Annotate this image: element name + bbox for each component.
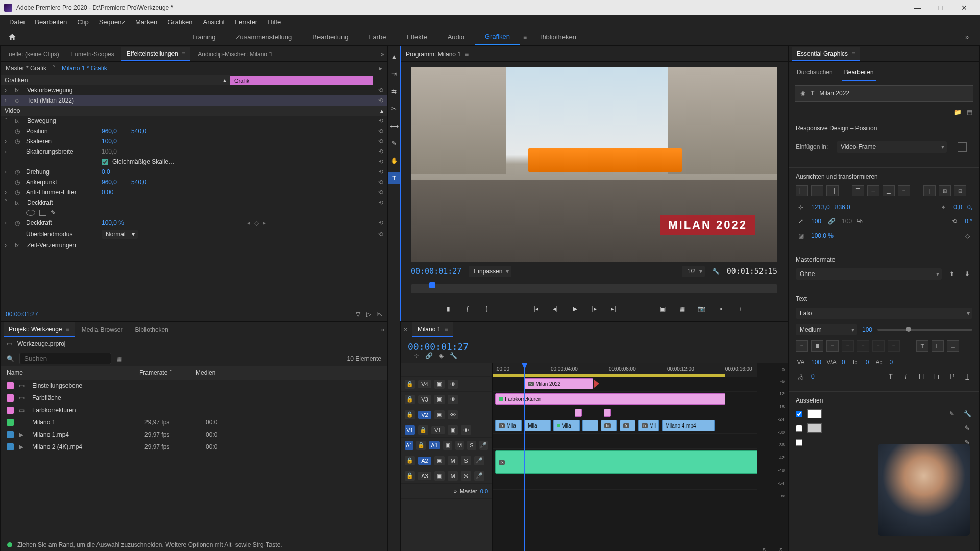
timeline-ruler[interactable]: :00:00 00:00:04:00 00:00:08:00 00:00:12:… (493, 363, 757, 377)
menu-hilfe[interactable]: Hilfe (262, 16, 286, 28)
stopwatch-icon[interactable]: ◷ (15, 179, 22, 186)
settings-icon[interactable]: 🔧 (712, 268, 720, 275)
tab-sequence[interactable]: Milano 1 ≡ (412, 322, 453, 337)
clip-marker[interactable] (575, 409, 582, 417)
project-column-header[interactable]: Name Framerate ˄ Medien (1, 366, 387, 380)
mark-in-button[interactable]: { (462, 304, 473, 314)
tab-essential-graphics[interactable]: Essential Graphics ≡ (792, 47, 860, 61)
eg-anchor-x[interactable]: 0,0 (953, 204, 962, 211)
link-selection-icon[interactable]: 🔗 (425, 352, 433, 359)
mic-icon[interactable]: 🎤 (479, 441, 488, 450)
wrench-icon[interactable]: 🔧 (962, 409, 972, 418)
tab-source[interactable]: uelle: (keine Clips) (4, 47, 64, 61)
workspace-overflow-icon[interactable]: » (960, 34, 974, 41)
ec-master-label[interactable]: Master * Grafik (6, 65, 46, 72)
ec-row-masks[interactable]: ✎ (1, 208, 387, 218)
window-maximize[interactable]: □ (929, 0, 952, 15)
ec-row-timeremap[interactable]: ›fxZeit-Verzerrungen (1, 240, 387, 251)
stopwatch-icon[interactable]: ◷ (15, 219, 22, 227)
step-back-button[interactable]: ◂| (550, 304, 560, 314)
program-menu-icon[interactable]: ≡ (465, 51, 469, 58)
align-center-v-button[interactable]: ─ (867, 185, 879, 196)
underline-icon[interactable]: T (962, 372, 972, 381)
clip-video[interactable]: fx (601, 420, 617, 431)
tab-effect-controls[interactable]: Effekteinstellungen ≡ (121, 47, 191, 61)
eyedropper-icon[interactable]: ✎ (962, 423, 972, 433)
eg-anchor-y[interactable]: 0, (967, 204, 972, 211)
align-center-h-button[interactable]: │ (811, 185, 823, 196)
stopwatch-icon[interactable]: ◷ (15, 128, 22, 135)
eg-fill-swatch[interactable] (807, 409, 822, 418)
eg-pin-select[interactable]: Video-Frame (837, 141, 947, 153)
eg-pos-y[interactable]: 836,0 (835, 204, 850, 211)
tab-lumetri[interactable]: Lumetri-Scopes (66, 47, 119, 61)
eg-pos-x[interactable]: 1213,0 (811, 204, 830, 211)
menu-grafiken[interactable]: Grafiken (162, 16, 198, 28)
timeline-current-tc[interactable]: 00:00:01:27 (408, 341, 469, 352)
tab-media-browser[interactable]: Media-Browser (77, 323, 128, 336)
ec-section-video[interactable]: Video▴ (1, 106, 387, 116)
clip-video[interactable]: fx (620, 420, 635, 431)
eg-master-select[interactable]: Ohne (796, 268, 942, 280)
ec-footer-tc[interactable]: 00:00:01:27 (6, 311, 38, 318)
stopwatch-icon[interactable]: ◷ (15, 138, 22, 145)
tab-libraries[interactable]: Bibliotheken (130, 323, 174, 336)
project-search-input[interactable] (19, 353, 111, 364)
program-zoom-select[interactable]: Einpassen (469, 266, 511, 277)
ec-clip-label[interactable]: Milano 1 * Grafik (62, 65, 107, 72)
upload-icon[interactable]: ⬆ (947, 269, 957, 279)
ec-row-rotation[interactable]: ›◷Drehung 0,0 ⟲ (1, 167, 387, 177)
home-button[interactable] (6, 31, 18, 43)
eg-tab-browse[interactable]: Durchsuchen (795, 66, 835, 81)
distribute-2-button[interactable]: ⊞ (939, 185, 951, 196)
tab-project[interactable]: Projekt: Werkzeuge ≡ (4, 322, 75, 337)
mask-ellipse-icon[interactable] (26, 210, 35, 216)
clip-video[interactable]: Mila (553, 420, 580, 431)
superscript-icon[interactable]: T¹ (947, 372, 957, 381)
program-scrubber[interactable] (411, 284, 777, 293)
ec-timeline-toggle-icon[interactable]: ▸ (379, 65, 382, 72)
workspace-farbe[interactable]: Farbe (358, 29, 396, 45)
project-view-icon[interactable]: ▦ (116, 355, 122, 362)
eg-stroke-toggle[interactable] (796, 425, 802, 432)
window-minimize[interactable]: — (905, 0, 929, 15)
export-frame-icon[interactable]: ⇱ (377, 311, 382, 318)
track-header-v3[interactable]: 🔒V3▣👁 (401, 392, 492, 407)
mask-rect-icon[interactable] (39, 210, 46, 216)
clip-marker[interactable] (604, 409, 611, 417)
allcaps-icon[interactable]: TT (916, 372, 926, 381)
ec-section-grafiken[interactable]: Grafiken▴ (1, 75, 230, 85)
menu-ansicht[interactable]: Ansicht (198, 16, 230, 28)
menu-fenster[interactable]: Fenster (230, 16, 262, 28)
faux-italic-icon[interactable]: T (901, 372, 911, 381)
type-tool[interactable]: T (388, 172, 400, 184)
menu-sequenz[interactable]: Sequenz (94, 16, 130, 28)
eyedropper-icon[interactable]: ✎ (947, 409, 957, 418)
play-only-icon[interactable]: ▷ (366, 311, 371, 318)
stopwatch-icon[interactable]: ◷ (15, 168, 22, 176)
slip-tool[interactable]: ⟷ (388, 120, 400, 132)
eg-rotation[interactable]: 0 ° (965, 218, 972, 225)
hand-tool[interactable]: ✋ (388, 155, 400, 167)
distribute-3-button[interactable]: ⊟ (954, 185, 966, 196)
smallcaps-icon[interactable]: Tᴛ (932, 372, 942, 381)
project-item[interactable]: ▶Milano 2 (4K).mp429,97 fps00:0 (1, 441, 387, 453)
track-header-a3[interactable]: 🔒A3▣MS🎤 (401, 468, 492, 484)
eye-icon[interactable]: ◉ (800, 90, 805, 97)
eg-font-select[interactable]: Lato (796, 308, 972, 319)
mask-pen-icon[interactable]: ✎ (51, 209, 56, 216)
workspace-audio[interactable]: Audio (437, 29, 475, 45)
tab-audio-mixer[interactable]: Audioclip-Mischer: Milano 1 (192, 47, 278, 61)
eg-font-size[interactable]: 100 (862, 326, 872, 333)
razor-tool[interactable]: ✂ (388, 103, 400, 115)
pen-tool[interactable]: ✎ (388, 137, 400, 149)
project-item[interactable]: ▭Farbkorrekturen (1, 404, 387, 416)
menu-clip[interactable]: Clip (72, 16, 93, 28)
reset-icon[interactable]: ⟲ (378, 128, 383, 135)
ec-graphic-bar[interactable]: Grafik (230, 76, 373, 85)
track-header-a1[interactable]: A1🔒A1▣MS🎤 (401, 438, 492, 453)
workspace-bibliotheken[interactable]: Bibliotheken (530, 29, 586, 45)
export-frame-button[interactable]: 📷 (696, 304, 706, 314)
clip-video[interactable]: fxMila (495, 420, 522, 431)
add-marker-button[interactable]: ▮ (443, 304, 453, 314)
